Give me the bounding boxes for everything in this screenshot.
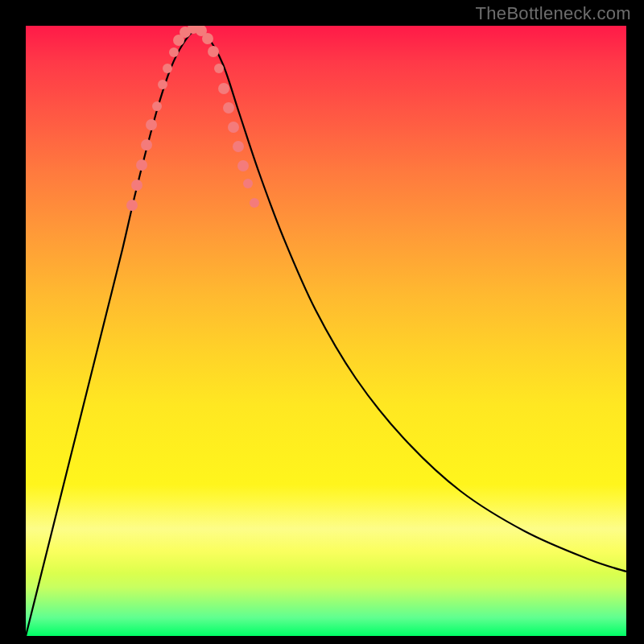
curve-marker [146,119,157,130]
curve-marker [237,160,249,171]
curve-marker [152,101,162,111]
watermark-text: TheBottleneck.com [476,3,631,24]
curve-layer [26,26,626,636]
curve-marker [223,102,234,114]
curve-marker [158,80,167,89]
curve-marker [126,200,138,211]
curve-marker [169,47,179,57]
curve-marker [233,141,244,152]
plot-area [26,26,626,636]
curve-marker [243,179,253,188]
bottleneck-curve-path [26,30,626,636]
curve-marker [131,180,142,191]
curve-marker [218,83,229,94]
curve-marker [208,46,219,57]
curve-marker [228,122,239,133]
curve-marker [163,64,172,73]
curve-marker [202,33,213,44]
curve-marker [250,198,259,208]
curve-marker [214,64,224,73]
curve-markers [126,26,259,211]
curve-marker [141,139,152,151]
curve-marker [136,159,147,171]
